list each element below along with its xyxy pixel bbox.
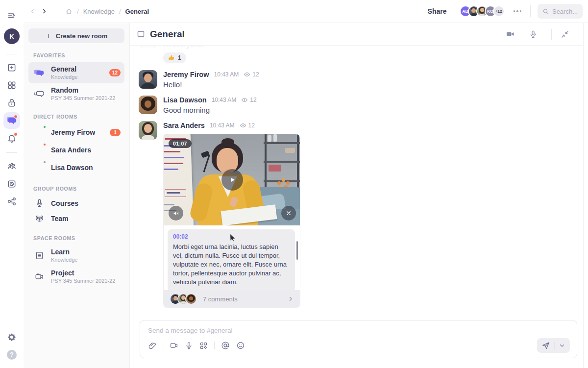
breadcrumb-section[interactable]: Knowledge [83,8,115,15]
send-button-group [537,338,570,353]
mute-button[interactable] [169,206,183,221]
record-video-icon[interactable] [170,341,178,350]
sidebar-item-learn[interactable]: Learn Knowledge [28,245,124,266]
top-bar: / Knowledge / General Share AB KO +12 Se… [24,0,588,23]
video-thumbnail[interactable]: 01:07 [164,134,300,225]
message-time: 10:43 AM [210,122,235,129]
back-icon[interactable] [29,8,36,15]
status-busy-dot [43,143,47,147]
sidebar-item-team[interactable]: Team [28,211,124,226]
sidebar-item-jeremy-firow[interactable]: Jeremy Firow 1 [28,123,124,141]
breadcrumb: / Knowledge / General [29,8,149,15]
message-text: Hello! [163,80,259,89]
close-video-button[interactable] [281,206,296,221]
attach-file-icon[interactable] [148,342,156,350]
section-label-favorites: FAVORITES [33,52,124,58]
sidebar-item-project[interactable]: Project PSY 345 Summer 2021-22 [28,266,124,287]
room-subtitle: Knowledge [51,74,77,80]
reaction-chip[interactable]: 1 [163,52,186,63]
sidebar-item-general[interactable]: General Knowledge 12 [28,62,124,83]
sidebar: Create new room FAVORITES General Knowle… [24,23,130,368]
help-icon[interactable]: ? [3,346,20,363]
emoji-icon[interactable] [236,341,245,350]
close-icon [285,210,292,217]
message-text: Hi everyone! [163,46,204,49]
message-views: 12 [241,97,256,103]
send-icon[interactable] [541,341,550,350]
video-camera-icon [33,272,45,281]
member-avatars[interactable]: AB KO +12 [460,5,505,17]
avatar [33,162,45,173]
composer-placeholder[interactable]: Send a message to #general [148,327,570,334]
chevron-right-icon[interactable] [287,295,294,302]
integrations-icon[interactable] [3,193,20,210]
apps-icon[interactable] [199,342,208,350]
people-icon[interactable] [3,158,20,174]
sidebar-item-lisa-dawson[interactable]: Lisa Dawson [28,159,124,176]
message-list[interactable]: Hi everyone! 1 Jeremy Firow 10:43 [130,46,583,320]
message-time: 10:43 AM [214,71,239,78]
mention-icon[interactable] [221,341,230,350]
room-title: Project [51,269,115,277]
message: Sara Anders 10:43 AM 12 [139,121,583,308]
eye-icon [241,97,248,103]
create-new-room-button[interactable]: Create new room [28,28,124,43]
add-icon[interactable] [3,59,20,76]
breadcrumb-page: General [125,8,149,15]
search-icon [542,8,549,15]
start-audio-call-icon[interactable] [529,30,538,39]
transcript-scrollbar[interactable] [296,241,298,260]
avatar [33,144,45,156]
home-icon[interactable] [65,8,73,15]
avatar [33,126,45,138]
message-author[interactable]: Lisa Dawson [163,96,207,104]
avatar[interactable] [139,96,157,114]
thumbs-up-icon [168,54,175,61]
unread-badge: 12 [109,69,121,76]
play-icon [228,175,237,184]
search-input[interactable]: Search... [538,4,583,19]
speaker-muted-icon [172,210,180,217]
eye-icon [244,71,250,78]
transcript-entry[interactable]: 00:02 Morbi eget urna lacinia, luctus sa… [168,229,295,292]
record-audio-icon[interactable] [185,342,193,350]
comments-bar[interactable]: 7 comments [164,290,300,308]
recordings-icon[interactable] [3,175,20,192]
avatar-overflow[interactable]: +12 [493,5,505,17]
avatar[interactable] [139,70,157,89]
room-title: Random [51,86,115,95]
room-subtitle: PSY 345 Summer 2021-22 [51,95,115,101]
chats-icon[interactable] [3,112,20,129]
sidebar-item-sara-anders[interactable]: Sara Anders [28,141,124,159]
play-button[interactable] [221,169,243,191]
notifications-icon[interactable] [3,130,20,147]
message-composer[interactable]: Send a message to #general [140,320,577,358]
share-button[interactable]: Share [428,7,447,15]
sidebar-item-random[interactable]: Random PSY 345 Summer 2021-22 [28,83,124,104]
more-options-icon[interactable] [514,10,522,12]
transcript-timestamp[interactable]: 00:02 [173,233,290,240]
avatar [139,46,157,48]
minimize-icon[interactable] [561,30,569,39]
forward-icon[interactable] [41,8,48,15]
section-label-group: GROUP ROOMS [33,186,124,192]
start-video-call-icon[interactable] [506,29,515,39]
sidebar-item-courses[interactable]: Courses [28,196,124,211]
scrollbar-gutter[interactable] [583,23,588,368]
lock-icon[interactable] [3,95,20,111]
collapse-sidebar-icon[interactable] [3,7,20,24]
apps-grid-icon[interactable] [3,77,20,94]
settings-icon[interactable] [3,329,20,345]
section-label-direct: DIRECT ROOMS [33,114,124,120]
divider [6,152,17,153]
avatar[interactable] [139,121,157,140]
video-transcript[interactable]: 00:02 Morbi eget urna lacinia, luctus sa… [164,225,300,308]
room-title: General [51,65,77,74]
message-author[interactable]: Sara Anders [163,122,205,129]
user-avatar[interactable]: K [4,28,20,44]
message-time: 10:43 AM [212,97,237,103]
message-author[interactable]: Jeremy Firow [163,71,209,78]
person-name: Sara Anders [51,146,91,154]
send-options-chevron-icon[interactable] [559,342,565,349]
chat-panel: General [130,23,583,368]
